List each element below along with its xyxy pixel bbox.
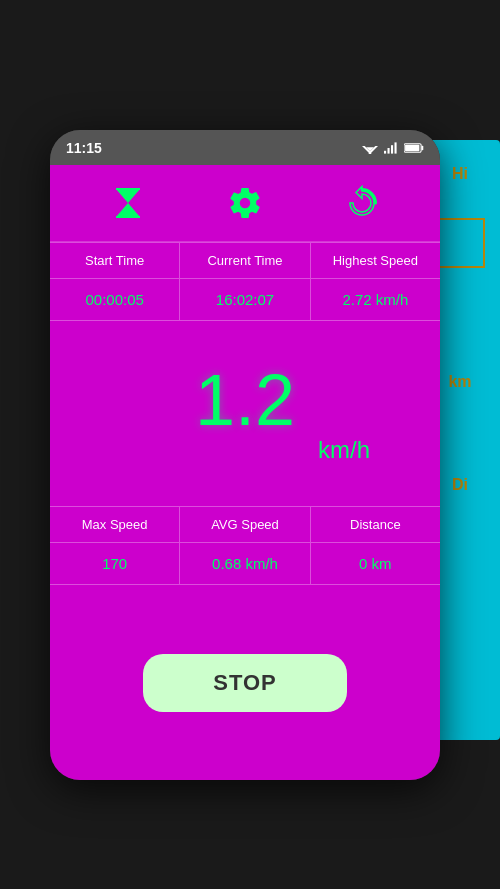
stats-row1-headers: Start Time Current Time Highest Speed bbox=[50, 243, 440, 278]
wifi-icon bbox=[362, 142, 378, 154]
toolbar bbox=[50, 165, 440, 242]
speed-value: 1.2 bbox=[195, 364, 295, 436]
distance-value: 0 km bbox=[311, 543, 440, 584]
hourglass-button[interactable] bbox=[102, 177, 154, 229]
status-icons bbox=[362, 142, 424, 154]
refresh-icon bbox=[344, 185, 380, 221]
start-time-header: Start Time bbox=[50, 243, 180, 278]
stats-row2-grid: Max Speed AVG Speed Distance 170 0.68 km… bbox=[50, 507, 440, 585]
app-content: Start Time Current Time Highest Speed 00… bbox=[50, 165, 440, 780]
current-time-header: Current Time bbox=[180, 243, 310, 278]
max-speed-header: Max Speed bbox=[50, 507, 180, 542]
stop-button[interactable]: STOP bbox=[143, 654, 347, 712]
cyan-km-label bbox=[435, 218, 485, 268]
distance-header: Distance bbox=[311, 507, 440, 542]
battery-icon bbox=[404, 142, 424, 154]
svg-rect-5 bbox=[388, 148, 390, 154]
cyan-km-text: km bbox=[448, 373, 471, 391]
cyan-di-label: Di bbox=[452, 476, 468, 494]
phone-frame: 11:15 bbox=[50, 130, 440, 780]
refresh-button[interactable] bbox=[336, 177, 388, 229]
gear-icon bbox=[227, 185, 263, 221]
max-speed-value: 170 bbox=[50, 543, 180, 584]
svg-rect-6 bbox=[391, 145, 393, 153]
avg-speed-value: 0.68 km/h bbox=[180, 543, 310, 584]
current-time-value: 16:02:07 bbox=[180, 279, 310, 320]
svg-marker-11 bbox=[116, 189, 140, 203]
svg-rect-9 bbox=[422, 145, 424, 149]
status-bar: 11:15 bbox=[50, 130, 440, 165]
settings-button[interactable] bbox=[219, 177, 271, 229]
cyan-hi-label: Hi bbox=[452, 165, 468, 183]
svg-rect-7 bbox=[395, 142, 397, 153]
stats-row2-values: 170 0.68 km/h 0 km bbox=[50, 542, 440, 584]
speed-unit: km/h bbox=[318, 436, 390, 463]
highest-speed-header: Highest Speed bbox=[311, 243, 440, 278]
svg-rect-4 bbox=[384, 150, 386, 153]
status-time: 11:15 bbox=[66, 140, 102, 156]
start-time-value: 00:00:05 bbox=[50, 279, 180, 320]
avg-speed-header: AVG Speed bbox=[180, 507, 310, 542]
phone-container: Hi km Di 11:15 bbox=[0, 0, 500, 889]
speed-display: 1.2 km/h bbox=[50, 321, 440, 507]
highest-speed-value: 2.72 km/h bbox=[311, 279, 440, 320]
stats-row2-headers: Max Speed AVG Speed Distance bbox=[50, 507, 440, 542]
hourglass-icon bbox=[110, 185, 146, 221]
stop-section: STOP bbox=[128, 585, 362, 780]
svg-rect-10 bbox=[405, 144, 419, 150]
svg-marker-12 bbox=[116, 203, 140, 217]
stats-row1-grid: Start Time Current Time Highest Speed 00… bbox=[50, 242, 440, 321]
signal-icon bbox=[384, 142, 398, 154]
stats-row1-values: 00:00:05 16:02:07 2.72 km/h bbox=[50, 278, 440, 320]
